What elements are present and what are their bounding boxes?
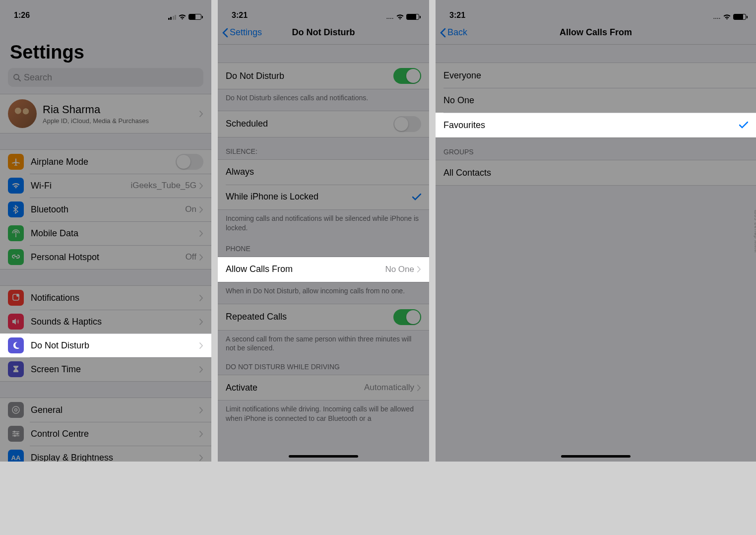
sliders-icon bbox=[8, 426, 24, 442]
general-row[interactable]: General bbox=[0, 398, 211, 422]
notifications-group: Notifications Sounds & Haptics Do Not Di… bbox=[0, 285, 211, 382]
chevron-right-icon bbox=[199, 342, 203, 349]
activate-row[interactable]: Activate Automatically bbox=[218, 375, 429, 400]
activate-footer: Limit notifications while driving. Incom… bbox=[218, 401, 429, 431]
allow-calls-from-row[interactable]: Allow Calls From No One bbox=[218, 257, 429, 282]
screen-time-row[interactable]: Screen Time bbox=[0, 357, 211, 381]
battery-icon bbox=[406, 14, 419, 20]
dnd-toggle-row[interactable]: Do Not Disturb bbox=[218, 63, 429, 89]
row-label: Favourites bbox=[443, 120, 485, 131]
silence-always-row[interactable]: Always bbox=[218, 160, 429, 185]
antenna-icon bbox=[8, 225, 24, 241]
option-favourites[interactable]: Favourites bbox=[436, 113, 756, 137]
wifi-icon bbox=[396, 14, 404, 20]
row-label: Airplane Mode bbox=[31, 157, 88, 167]
chevron-right-icon bbox=[199, 206, 203, 213]
scheduled-row[interactable]: Scheduled bbox=[218, 111, 429, 137]
nav-title: Allow Calls From bbox=[560, 27, 632, 38]
apple-id-row[interactable]: Ria Sharma Apple ID, iCloud, Media & Pur… bbox=[0, 94, 211, 133]
row-value: iGeeks_Tube_5G bbox=[130, 181, 196, 191]
profile-name: Ria Sharma bbox=[43, 103, 149, 116]
status-icons: .... bbox=[713, 14, 746, 20]
wifi-row[interactable]: Wi-Fi iGeeks_Tube_5G bbox=[0, 174, 211, 198]
chevron-right-icon bbox=[199, 295, 203, 301]
phone-header: PHONE bbox=[218, 241, 429, 257]
silence-locked-row[interactable]: While iPhone is Locked bbox=[218, 185, 429, 209]
airplane-toggle[interactable] bbox=[176, 154, 203, 170]
row-label: Do Not Disturb bbox=[31, 340, 89, 351]
navbar: Back Allow Calls From bbox=[436, 21, 756, 45]
airplane-mode-row[interactable]: Airplane Mode bbox=[0, 150, 211, 174]
general-group: General Control Centre AA Display & Brig… bbox=[0, 398, 211, 462]
row-label: While iPhone is Locked bbox=[226, 192, 318, 202]
row-value: On bbox=[185, 204, 196, 214]
watermark: www.deuaq.com bbox=[753, 209, 756, 252]
row-value: Automatically bbox=[364, 383, 414, 393]
mobile-data-row[interactable]: Mobile Data bbox=[0, 221, 211, 245]
repeated-footer: A second call from the same person withi… bbox=[218, 331, 429, 361]
svg-point-8 bbox=[14, 435, 16, 437]
bluetooth-icon bbox=[8, 201, 24, 217]
link-icon bbox=[8, 249, 24, 265]
home-indicator[interactable] bbox=[289, 455, 358, 458]
group-all-contacts[interactable]: All Contacts bbox=[436, 160, 756, 185]
back-button[interactable]: Back bbox=[440, 27, 467, 38]
svg-point-3 bbox=[16, 294, 19, 297]
chevron-right-icon bbox=[199, 366, 203, 373]
search-input[interactable]: Search bbox=[8, 68, 203, 87]
control-centre-row[interactable]: Control Centre bbox=[0, 422, 211, 446]
sounds-row[interactable]: Sounds & Haptics bbox=[0, 310, 211, 334]
row-label: Mobile Data bbox=[31, 228, 78, 239]
back-label: Back bbox=[447, 27, 467, 38]
status-bar: 1:26 bbox=[0, 0, 211, 21]
chevron-right-icon bbox=[199, 431, 203, 437]
row-value: No One bbox=[385, 265, 414, 274]
display-brightness-row[interactable]: AA Display & Brightness bbox=[0, 446, 211, 462]
repeated-calls-row[interactable]: Repeated Calls bbox=[218, 304, 429, 330]
row-value: Off bbox=[186, 252, 196, 262]
chevron-left-icon bbox=[222, 28, 229, 38]
row-label: All Contacts bbox=[443, 168, 491, 178]
option-everyone[interactable]: Everyone bbox=[436, 63, 756, 88]
checkmark-icon bbox=[412, 194, 421, 201]
status-time: 1:26 bbox=[14, 11, 30, 20]
do-not-disturb-row[interactable]: Do Not Disturb bbox=[0, 334, 211, 357]
back-button[interactable]: Settings bbox=[222, 27, 262, 38]
chevron-right-icon bbox=[417, 385, 421, 391]
row-label: Wi-Fi bbox=[31, 181, 52, 191]
home-indicator[interactable] bbox=[561, 455, 630, 458]
row-label: Bluetooth bbox=[31, 204, 68, 215]
row-label: Scheduled bbox=[226, 119, 268, 129]
repeated-toggle[interactable] bbox=[393, 309, 421, 325]
option-no-one[interactable]: No One bbox=[436, 88, 756, 113]
profile-subtitle: Apple ID, iCloud, Media & Purchases bbox=[43, 117, 149, 125]
checkmark-icon bbox=[739, 122, 748, 129]
chevron-right-icon bbox=[199, 319, 203, 325]
bluetooth-row[interactable]: Bluetooth On bbox=[0, 198, 211, 221]
chevron-left-icon bbox=[440, 28, 446, 38]
bell-icon bbox=[8, 290, 24, 306]
svg-point-6 bbox=[13, 431, 15, 433]
svg-point-5 bbox=[15, 409, 17, 411]
silence-header: SILENCE: bbox=[218, 137, 429, 159]
row-label: Do Not Disturb bbox=[226, 71, 284, 81]
notifications-row[interactable]: Notifications bbox=[0, 286, 211, 310]
avatar bbox=[8, 99, 37, 128]
svg-line-1 bbox=[18, 79, 20, 81]
row-label: Display & Brightness bbox=[31, 453, 113, 462]
cellular-icon bbox=[168, 14, 177, 20]
navbar: Settings Do Not Disturb bbox=[218, 21, 429, 45]
dnd-toggle[interactable] bbox=[393, 68, 421, 84]
row-label: No One bbox=[443, 95, 474, 106]
gear-icon bbox=[8, 402, 24, 418]
wifi-icon bbox=[178, 14, 187, 20]
chevron-right-icon bbox=[199, 455, 203, 461]
allow-footer: When in Do Not Disturb, allow incoming c… bbox=[218, 282, 429, 304]
speaker-icon bbox=[8, 314, 24, 330]
hotspot-row[interactable]: Personal Hotspot Off bbox=[0, 245, 211, 269]
svg-point-4 bbox=[12, 406, 19, 413]
row-label: Allow Calls From bbox=[226, 264, 293, 274]
status-icons bbox=[168, 14, 202, 20]
scheduled-toggle[interactable] bbox=[393, 116, 421, 132]
chevron-right-icon bbox=[199, 230, 203, 237]
